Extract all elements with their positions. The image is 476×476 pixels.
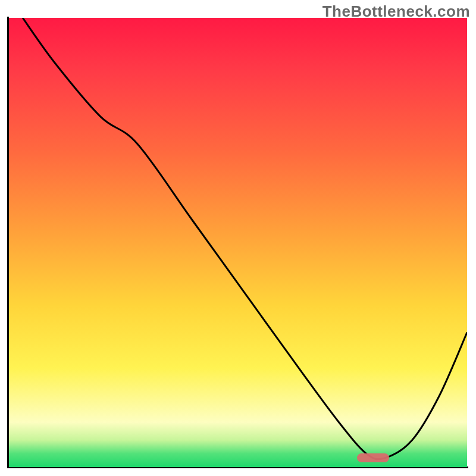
plot-area — [9, 18, 467, 467]
watermark-text: TheBottleneck.com — [322, 2, 470, 21]
optimal-marker — [357, 453, 389, 462]
bottleneck-chart: TheBottleneck.com — [0, 0, 476, 476]
curve-layer — [9, 18, 467, 467]
bottleneck-curve-path — [23, 18, 467, 459]
